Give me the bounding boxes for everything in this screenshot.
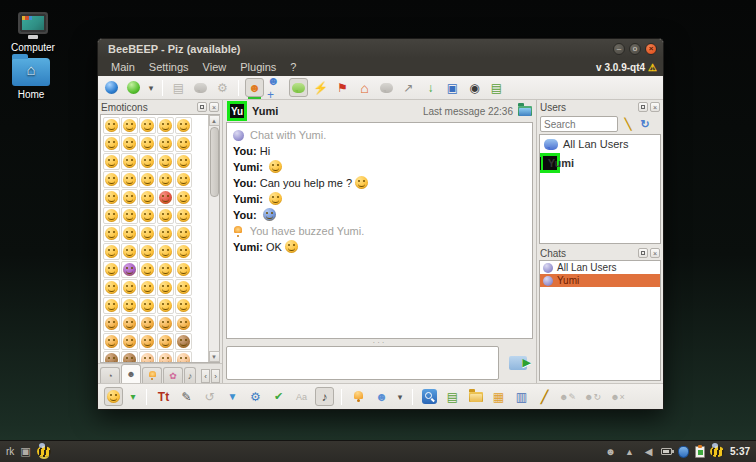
menu-item[interactable]: Settings — [142, 61, 196, 73]
emoji-button[interactable] — [121, 297, 138, 314]
emoji-button[interactable] — [139, 225, 156, 242]
toolbar-button[interactable]: ▤ — [487, 78, 506, 97]
tab-scroll-left[interactable]: ‹ — [201, 369, 210, 383]
chatbar-button[interactable] — [146, 389, 147, 405]
toolbar-button[interactable] — [238, 80, 239, 96]
emoji-button[interactable] — [121, 171, 138, 188]
toolbar-button[interactable]: ⚙ — [213, 78, 232, 97]
tray-icon[interactable] — [695, 446, 705, 458]
emoticons-scrollbar[interactable]: ▲ ▼ — [208, 115, 219, 362]
emoji-button[interactable] — [103, 279, 120, 296]
toolbar-button[interactable]: ☻+ — [267, 78, 286, 97]
emoji-button[interactable] — [175, 135, 192, 152]
desktop-icon-computer[interactable]: Computer — [2, 12, 64, 53]
emoji-button[interactable] — [157, 261, 174, 278]
emoji-button[interactable] — [121, 351, 138, 363]
scroll-up-arrow[interactable]: ▲ — [209, 115, 220, 126]
tray-icon[interactable] — [661, 448, 672, 455]
chatbar-button[interactable]: ▾ — [395, 387, 405, 406]
toolbar-button[interactable] — [124, 78, 143, 97]
chatbar-button[interactable]: ☻ — [372, 387, 391, 406]
chatbar-button[interactable]: ╱ — [535, 387, 554, 406]
chatbar-button[interactable]: ↺ — [200, 387, 219, 406]
scroll-down-arrow[interactable]: ▼ — [209, 351, 220, 362]
emoji-button[interactable] — [103, 351, 120, 363]
emoji-button[interactable] — [121, 135, 138, 152]
emoji-button[interactable] — [175, 279, 192, 296]
tray-icon[interactable]: ◀ — [642, 445, 655, 458]
menu-item[interactable]: Main — [104, 61, 142, 73]
emoji-button[interactable] — [175, 315, 192, 332]
chatbar-button[interactable] — [420, 387, 439, 406]
toolbar-button[interactable] — [191, 78, 210, 97]
toolbar-button[interactable]: ↓ — [421, 78, 440, 97]
emoji-button[interactable] — [103, 153, 120, 170]
emoji-button[interactable] — [157, 315, 174, 332]
window-control-button[interactable]: o — [629, 43, 641, 55]
emoji-button[interactable] — [157, 297, 174, 314]
window-control-button[interactable]: × — [645, 43, 657, 55]
emoji-button[interactable] — [139, 189, 156, 206]
emoji-button[interactable] — [175, 171, 192, 188]
chatbar-button[interactable]: ▼ — [223, 387, 242, 406]
chatbar-button[interactable] — [104, 387, 123, 406]
chat-folder-icon[interactable] — [518, 106, 532, 116]
emoji-button[interactable] — [121, 153, 138, 170]
emoji-button[interactable] — [157, 279, 174, 296]
chatbar-button[interactable]: ⚙ — [246, 387, 265, 406]
message-input[interactable] — [226, 346, 499, 380]
toolbar-button[interactable]: ☻ — [245, 78, 264, 97]
emoji-button[interactable] — [139, 279, 156, 296]
emoji-button[interactable] — [175, 333, 192, 350]
window-list-icon[interactable]: ▣ — [20, 445, 30, 458]
emoji-button[interactable] — [103, 261, 120, 278]
scrollbar-thumb[interactable] — [210, 127, 219, 197]
toolbar-button[interactable]: ◉ — [465, 78, 484, 97]
menu-item[interactable]: Plugins — [233, 61, 283, 73]
emoji-button[interactable] — [139, 135, 156, 152]
menu-item[interactable]: ? — [283, 61, 303, 73]
emoji-button[interactable] — [157, 225, 174, 242]
chatbar-button[interactable] — [341, 389, 342, 405]
emoji-button[interactable] — [175, 297, 192, 314]
tray-icon[interactable] — [678, 446, 689, 458]
emoji-button[interactable] — [121, 261, 138, 278]
emoji-button[interactable] — [121, 333, 138, 350]
emoji-button[interactable] — [139, 261, 156, 278]
chatbar-button[interactable] — [412, 389, 413, 405]
emoji-button[interactable] — [157, 189, 174, 206]
tray-icon[interactable]: ▲ — [623, 445, 636, 458]
group-button-disabled[interactable]: ☻↻ — [583, 387, 602, 406]
window-control-button[interactable]: – — [613, 43, 625, 55]
tray-icon[interactable]: ☻ — [604, 445, 617, 458]
emoji-button[interactable] — [103, 315, 120, 332]
desktop-icon-home[interactable]: Home — [0, 58, 62, 100]
emoji-button[interactable] — [103, 207, 120, 224]
toolbar-button[interactable]: ▣ — [443, 78, 462, 97]
emoji-button[interactable] — [157, 333, 174, 350]
emoji-button[interactable] — [157, 135, 174, 152]
toolbar-button[interactable]: ⚑ — [333, 78, 352, 97]
close-panel-button[interactable]: × — [209, 102, 219, 112]
group-button-disabled[interactable]: ☻× — [608, 387, 627, 406]
emoticon-tab[interactable] — [142, 367, 162, 383]
clear-search-icon[interactable]: ╲ — [621, 117, 635, 131]
emoji-button[interactable] — [121, 279, 138, 296]
toolbar-button[interactable]: ▾ — [146, 78, 156, 97]
user-list-item[interactable]: YuYumi — [540, 153, 560, 173]
emoji-button[interactable] — [103, 297, 120, 314]
chatbar-button[interactable]: ♪ — [315, 387, 334, 406]
titlebar[interactable]: BeeBEEP - Piz (available) –o× — [98, 39, 663, 58]
taskbar-clock[interactable]: 5:37 — [730, 446, 750, 457]
tray-icon[interactable] — [711, 445, 724, 458]
chat-list-item[interactable]: Yumi — [540, 274, 660, 287]
chatbar-button[interactable] — [349, 387, 368, 406]
emoji-button[interactable] — [121, 117, 138, 134]
emoji-button[interactable] — [139, 243, 156, 260]
tab-scroll-right[interactable]: › — [211, 369, 220, 383]
float-panel-button[interactable] — [197, 102, 207, 112]
refresh-users-icon[interactable]: ↻ — [638, 117, 652, 131]
emoji-button[interactable] — [103, 189, 120, 206]
emoji-button[interactable] — [121, 315, 138, 332]
emoji-button[interactable] — [175, 351, 192, 363]
